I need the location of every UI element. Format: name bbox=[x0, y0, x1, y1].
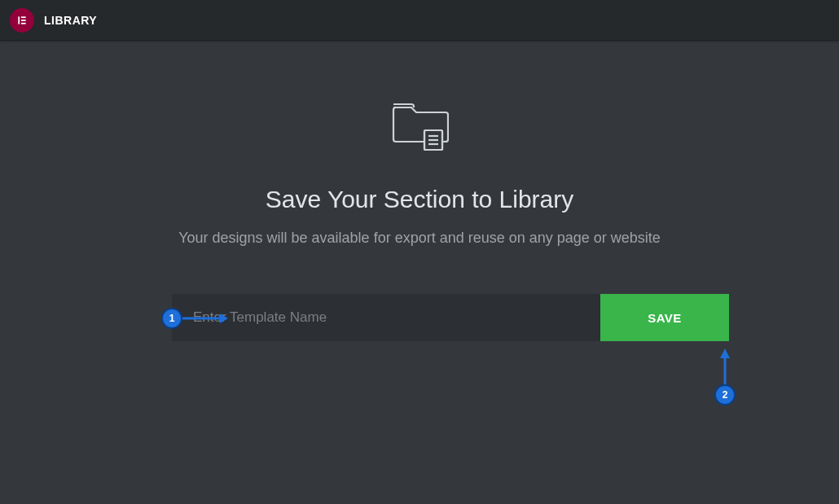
elementor-logo-icon bbox=[10, 8, 34, 33]
annotation-arrow-icon bbox=[717, 348, 733, 388]
save-form-row: SAVE bbox=[172, 294, 729, 341]
svg-rect-1 bbox=[21, 16, 26, 18]
save-button[interactable]: SAVE bbox=[600, 294, 729, 341]
page-subheading: Your designs will be available for expor… bbox=[178, 230, 661, 247]
annotation-arrow-icon bbox=[181, 311, 228, 327]
annotation-callout: 1 bbox=[161, 308, 182, 329]
topbar-title: LIBRARY bbox=[44, 14, 97, 27]
template-name-input[interactable] bbox=[172, 294, 600, 341]
library-folder-icon bbox=[390, 99, 449, 151]
svg-rect-3 bbox=[21, 22, 26, 24]
svg-rect-2 bbox=[21, 20, 26, 21]
page-heading: Save Your Section to Library bbox=[266, 186, 574, 213]
topbar: LIBRARY bbox=[0, 0, 839, 41]
annotation-callout: 2 bbox=[714, 384, 736, 405]
main-content: Save Your Section to Library Your design… bbox=[0, 41, 839, 341]
svg-marker-12 bbox=[720, 348, 730, 358]
svg-marker-10 bbox=[220, 313, 228, 323]
svg-rect-0 bbox=[18, 16, 20, 24]
